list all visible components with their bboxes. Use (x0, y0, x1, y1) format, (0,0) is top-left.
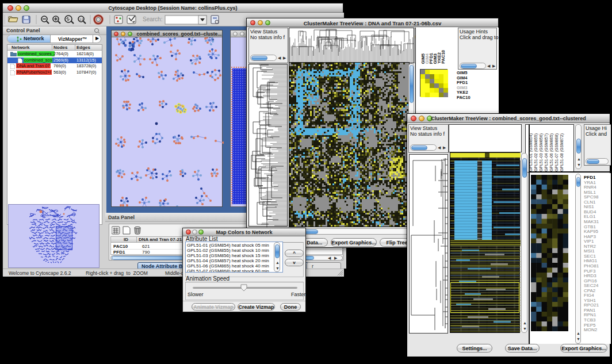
svg-text:Search:: Search: (143, 16, 162, 22)
svg-text:1:1: 1:1 (79, 18, 83, 21)
